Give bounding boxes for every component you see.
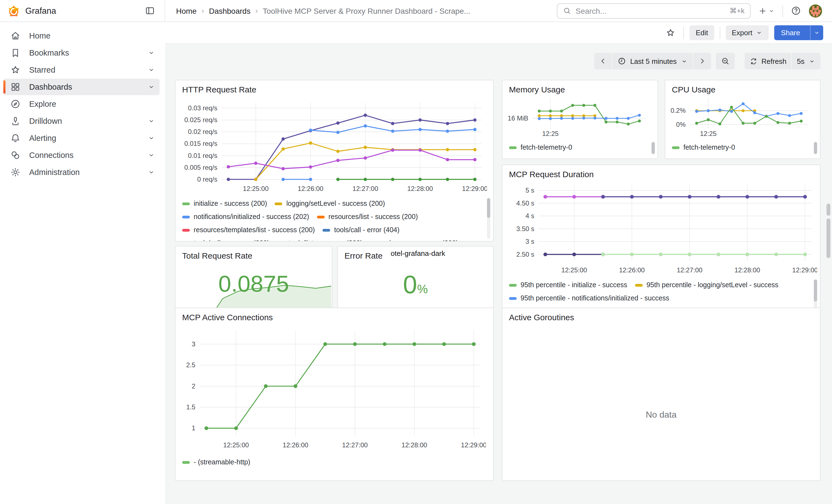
chevron-down-icon[interactable] [148, 66, 155, 74]
legend-scrollbar-thumb[interactable] [487, 198, 490, 218]
sidebar-item-alerting[interactable]: Alerting [3, 130, 160, 147]
svg-text:12:25: 12:25 [542, 130, 558, 137]
legend-label: fetch-telemetry-0 [521, 143, 572, 151]
panel-title: Memory Usage [502, 80, 657, 95]
svg-text:12:28:00: 12:28:00 [401, 441, 427, 449]
panel-title: CPU Usage [665, 80, 820, 95]
export-button[interactable]: Export [726, 25, 769, 40]
breadcrumb: Home›Dashboards›ToolHive MCP Server & Pr… [176, 6, 470, 15]
share-menu-caret[interactable] [810, 25, 823, 40]
dashboard-toolbar: Edit Export Share [165, 22, 832, 44]
favorite-star-button[interactable] [664, 25, 678, 41]
legend-scrollbar-thumb[interactable] [651, 142, 655, 154]
sidebar-item-connections[interactable]: Connections [3, 147, 160, 163]
edit-button[interactable]: Edit [690, 25, 714, 40]
legend-item[interactable]: resources/templates/list - success (200) [182, 223, 315, 237]
svg-text:12:26:00: 12:26:00 [619, 266, 645, 274]
legend-scrollbar-thumb[interactable] [814, 280, 817, 301]
legend-item[interactable]: fetch-telemetry-0 [509, 141, 572, 154]
scrollbar-thumb[interactable] [827, 204, 830, 216]
panel-title: MCP Request Duration [502, 165, 820, 179]
zoom-out-time-button[interactable] [716, 53, 734, 69]
legend-scrollbar-thumb[interactable] [814, 142, 817, 154]
dock-sidebar-icon[interactable] [142, 4, 157, 18]
svg-text:2.5: 2.5 [186, 361, 196, 369]
sidebar-item-starred[interactable]: Starred [3, 62, 160, 78]
breadcrumb-item[interactable]: Home [176, 6, 197, 15]
share-button[interactable]: Share [775, 25, 823, 40]
bookmark-icon [10, 47, 21, 58]
chevron-down-icon[interactable] [148, 49, 155, 57]
grafana-logo-icon [8, 4, 20, 17]
svg-text:12:27:00: 12:27:00 [342, 441, 368, 449]
sidebar-item-drilldown[interactable]: Drilldown [3, 113, 160, 129]
cpu-usage-chart[interactable]: 0.2%0%12:25 [668, 97, 813, 140]
sidebar-header: Grafana [0, 0, 165, 22]
refresh-interval-picker[interactable]: 5s [792, 53, 821, 69]
chevron-down-icon [756, 29, 763, 36]
refresh-icon [749, 57, 757, 65]
legend-label: 95th percentile - logging/setLevel - suc… [647, 281, 778, 289]
refresh-button[interactable]: Refresh [744, 53, 791, 69]
svg-text:0.015 req/s: 0.015 req/s [184, 140, 217, 147]
memory-usage-chart[interactable]: 16 MiB12:25 [505, 97, 651, 140]
chevron-down-icon[interactable] [148, 134, 155, 142]
chevron-down-icon[interactable] [148, 151, 155, 159]
legend-item[interactable]: fetch-telemetry-0 [672, 141, 735, 154]
breadcrumb-item[interactable]: Dashboards [209, 6, 250, 15]
legend-item[interactable]: 95th percentile - notifications/initiali… [509, 292, 669, 305]
svg-text:12:29:00: 12:29:00 [462, 185, 487, 192]
legend-item[interactable]: logging/setLevel - success (200) [275, 197, 385, 210]
legend-item[interactable]: resources/list - success (200) [317, 210, 418, 223]
legend-label: initialize - success (200) [194, 200, 267, 207]
time-range-picker[interactable]: Last 5 minutes [613, 53, 693, 69]
star-icon [10, 64, 21, 75]
legend-item[interactable]: unknown - success (200) [370, 237, 458, 241]
svg-text:12:25: 12:25 [700, 130, 717, 137]
sidebar-item-administration[interactable]: Administration [3, 164, 160, 181]
svg-text:12:26:00: 12:26:00 [298, 185, 323, 192]
legend: fetch-telemetry-0 [672, 141, 808, 155]
sidebar-item-home[interactable]: Home [3, 27, 160, 44]
search-box[interactable]: ⌘+k [557, 3, 751, 19]
legend-item[interactable]: 95th percentile - logging/setLevel - suc… [635, 278, 778, 292]
grafana-logo-link[interactable]: Grafana [8, 4, 56, 17]
mcp-request-duration-chart[interactable]: 5 s4.50 s4 s3.50 s3 s2.50 s12:25:0012:26… [506, 182, 817, 276]
sidebar-item-dashboards[interactable]: Dashboards [3, 79, 160, 95]
chevron-down-icon[interactable] [148, 117, 155, 125]
legend-item[interactable]: - (streamable-http) [182, 456, 250, 469]
chevron-down-icon[interactable] [148, 168, 155, 176]
chevron-down-icon[interactable] [148, 83, 155, 91]
time-shift-forward-button[interactable] [693, 53, 711, 69]
http-request-rate-chart[interactable]: 0 req/s0.005 req/s0.01 req/s0.015 req/s0… [179, 96, 487, 195]
scrollbar-thumb[interactable] [827, 218, 830, 258]
search-input[interactable] [576, 6, 725, 15]
legend-item[interactable]: notifications/initialized - success (202… [182, 210, 309, 223]
legend-item[interactable]: tools/call - success (200) [182, 237, 269, 241]
legend-item[interactable]: tools/list - success (200) [277, 237, 362, 241]
mcp-active-connections-chart[interactable]: 32.521.5112:25:0012:26:0012:27:0012:28:0… [180, 329, 486, 451]
no-data-message: No data [502, 410, 820, 420]
legend-item[interactable]: 95th percentile - initialize - success [509, 278, 627, 292]
help-icon [791, 5, 801, 16]
svg-text:12:25:00: 12:25:00 [223, 441, 249, 449]
legend-swatch [182, 461, 190, 463]
svg-text:12:25:00: 12:25:00 [561, 266, 587, 274]
top-bar: Grafana Home›Dashboards›ToolHive MCP Ser… [0, 0, 832, 22]
sidebar-item-label: Starred [29, 65, 139, 74]
time-controls: Last 5 minutes Refresh 5s [594, 53, 821, 69]
add-new-button[interactable] [756, 3, 777, 19]
gear-icon [10, 167, 21, 178]
avatar[interactable] [809, 4, 822, 17]
share-button-label: Share [775, 25, 807, 40]
svg-text:0%: 0% [676, 121, 686, 128]
svg-text:12:27:00: 12:27:00 [677, 266, 702, 274]
sidebar-item-bookmarks[interactable]: Bookmarks [3, 45, 160, 61]
svg-text:0.03 req/s: 0.03 req/s [188, 104, 217, 112]
help-button[interactable] [788, 3, 803, 19]
sidebar-item-explore[interactable]: Explore [3, 96, 160, 112]
svg-text:1: 1 [192, 424, 196, 432]
time-shift-back-button[interactable] [594, 53, 612, 69]
legend-item[interactable]: tools/call - error (404) [322, 223, 399, 237]
legend-item[interactable]: initialize - success (200) [182, 197, 267, 210]
